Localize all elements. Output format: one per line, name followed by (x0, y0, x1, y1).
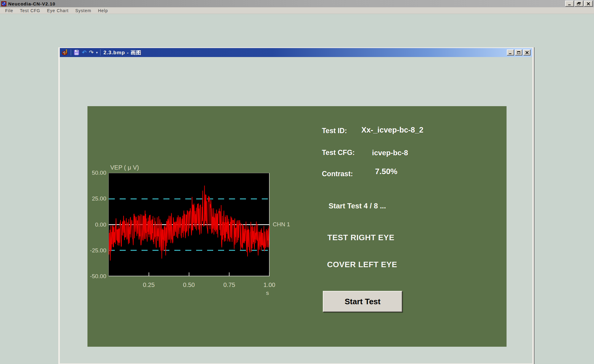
toolbar-separator (71, 49, 71, 56)
maximize-icon (517, 51, 521, 54)
restore-icon (577, 2, 581, 5)
app-title: Neucodia-CN-V2.10 (8, 1, 55, 6)
close-icon (587, 2, 590, 5)
paint-window: ↶ ↷ ▾ 2.3.bmp - 画图 (58, 47, 534, 364)
chart-title: VEP ( μ V) (110, 164, 139, 171)
save-icon[interactable] (73, 49, 80, 56)
x-tick-label: 0.25 (143, 281, 155, 288)
instruction-cover-left-eye: COVER LEFT EYE (327, 260, 397, 269)
minimize-icon (568, 2, 572, 5)
paint-minimize-button[interactable] (507, 49, 514, 56)
toolbar-separator (100, 49, 101, 56)
paint-window-title: 2.3.bmp - 画图 (104, 49, 142, 56)
contrast-value: 7.50% (375, 167, 398, 176)
test-cfg-label: Test CFG: (322, 149, 355, 157)
vep-test-panel: VEP ( μ V) 50.00 25.00 0.00 -25.00 -50.0… (87, 106, 507, 347)
start-test-button[interactable]: Start Test (323, 291, 402, 312)
y-tick-label: 0.00 (85, 221, 106, 228)
test-progress-text: Start Test 4 / 8 ... (329, 202, 386, 210)
paint-canvas: VEP ( μ V) 50.00 25.00 0.00 -25.00 -50.0… (60, 57, 532, 363)
test-id-value: Xx-_icvep-bc-8_2 (361, 126, 423, 134)
instruction-test-right-eye: TEST RIGHT EYE (327, 233, 394, 242)
contrast-label: Contrast: (322, 170, 353, 178)
app-restore-button[interactable] (575, 1, 583, 7)
redo-icon[interactable]: ↷ (89, 50, 94, 55)
menu-help[interactable]: Help (97, 8, 110, 13)
menu-system[interactable]: System (74, 8, 93, 13)
y-tick-label: -50.00 (85, 273, 106, 280)
app-close-button[interactable] (584, 1, 593, 7)
vep-plot-area (108, 173, 270, 276)
y-tick-label: 25.00 (85, 195, 106, 202)
menu-eye-chart[interactable]: Eye Chart (46, 8, 70, 13)
x-tick-label: 0.75 (224, 281, 235, 288)
test-cfg-value: icvep-bc-8 (372, 149, 408, 157)
paint-close-button[interactable] (523, 49, 531, 56)
x-axis-unit: s (266, 290, 269, 296)
x-tick-label: 0.50 (183, 281, 195, 288)
paint-titlebar[interactable]: ↶ ↷ ▾ 2.3.bmp - 画图 (60, 48, 532, 57)
paint-palette-icon[interactable] (62, 49, 68, 56)
menubar: File Test CFG Eye Chart System Help (0, 7, 594, 14)
app-titlebar[interactable]: Neucodia-CN-V2.10 (0, 0, 594, 7)
test-id-label: Test ID: (322, 127, 347, 135)
y-tick-label: -25.00 (85, 247, 106, 254)
minimize-icon (509, 51, 512, 54)
undo-icon[interactable]: ↶ (82, 50, 87, 55)
app-minimize-button[interactable] (565, 1, 574, 7)
app-icon (1, 1, 6, 6)
menu-file[interactable]: File (4, 8, 15, 13)
y-tick-label: 50.00 (85, 170, 106, 176)
menu-test-cfg[interactable]: Test CFG (19, 8, 42, 13)
vep-chart-svg (109, 173, 269, 276)
quick-access-toolbar: ↶ ↷ ▾ (60, 49, 101, 56)
paint-maximize-button[interactable] (515, 49, 522, 56)
x-tick-marks (149, 272, 269, 276)
close-icon (525, 51, 529, 54)
qat-dropdown-icon[interactable]: ▾ (96, 51, 98, 55)
x-tick-label: 1.00 (264, 281, 275, 288)
vep-trace (109, 186, 269, 261)
channel-label: CHN 1 (273, 221, 290, 228)
